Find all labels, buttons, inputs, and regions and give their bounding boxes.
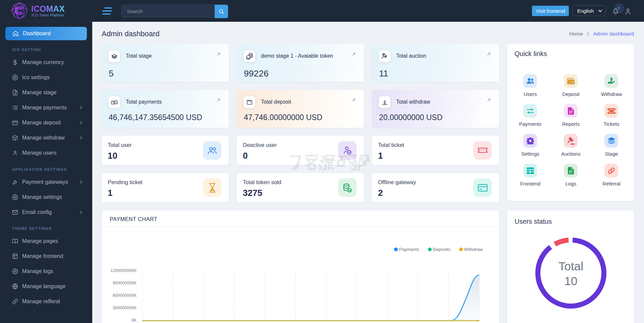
svg-text:10: 10 bbox=[565, 274, 578, 287]
svg-text:Total: Total bbox=[558, 260, 583, 273]
